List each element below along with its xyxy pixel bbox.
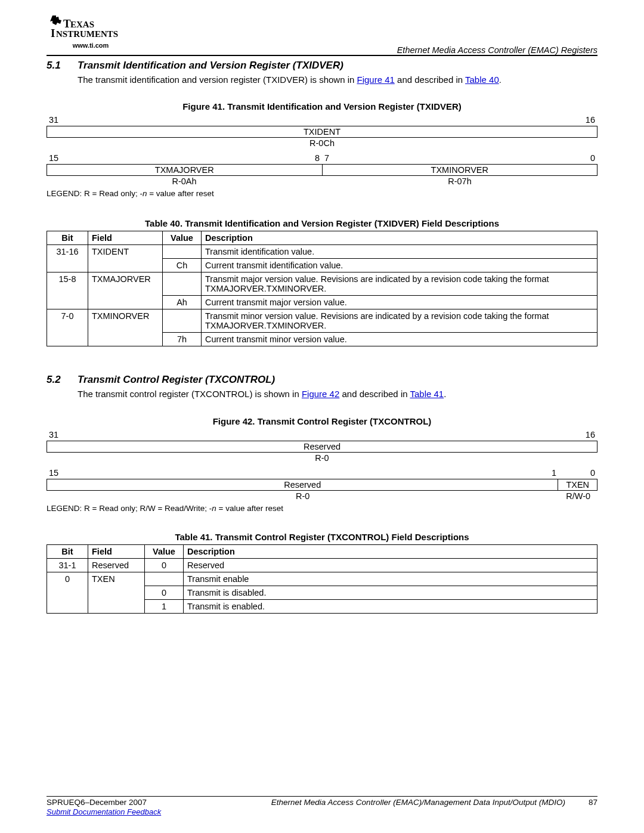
svg-text:I: I: [51, 27, 55, 39]
header-category: Ethernet Media Access Controller (EMAC) …: [397, 45, 597, 55]
bit-label: 0: [559, 467, 597, 479]
table-40: Bit Field Value Description 31-16 TXIDEN…: [47, 231, 597, 346]
section-5-2-heading: 5.2Transmit Control Register (TXCONTROL): [47, 374, 597, 386]
col-bit: Bit: [47, 231, 88, 245]
bit-label: 8: [47, 152, 322, 164]
table-41: Bit Field Value Description 31-1 Reserve…: [47, 544, 597, 614]
bitfield-txminorver: TXMINORVER: [323, 164, 598, 176]
figure-42-legend: LEGEND: R = Read only; R/W = Read/Write;…: [47, 504, 597, 513]
table-row: 15-8 TXMAJORVER Transmit major version v…: [47, 272, 597, 296]
table-row: 31-16 TXIDENT Transmit identification va…: [47, 245, 597, 259]
page-footer: SPRUEQ6–December 2007 Ethernet Media Acc…: [47, 796, 597, 816]
link-figure-42[interactable]: Figure 42: [302, 389, 339, 399]
bit-label: 16: [49, 114, 597, 126]
col-value: Value: [145, 544, 184, 558]
bit-label: 16: [47, 429, 597, 441]
col-desc: Description: [184, 544, 597, 558]
table-row: 31-1 Reserved 0 Reserved: [47, 558, 597, 572]
page: T EXAS I NSTRUMENTS www.ti.com Ethernet …: [0, 0, 644, 833]
bitfield-reset: R-0: [47, 453, 597, 463]
table-row: Ch Current transmit identification value…: [47, 259, 597, 272]
col-value: Value: [163, 231, 202, 245]
page-number: 87: [580, 798, 597, 807]
svg-text:EXAS: EXAS: [70, 20, 94, 29]
table-row: 1 Transmit is enabled.: [47, 599, 597, 613]
col-bit: Bit: [47, 544, 88, 558]
bitfield-reset: R-0Ah: [47, 176, 322, 187]
bit-label: 0: [322, 152, 597, 164]
table-row: 0 TXEN Transmit enable: [47, 572, 597, 586]
bit-label: 1: [46, 467, 559, 479]
figure-41-title: Figure 41. Transmit Identification and V…: [47, 101, 597, 112]
bitfield-reset: R-0: [47, 491, 559, 501]
footer-title: Ethernet Media Access Controller (EMAC)/…: [147, 798, 580, 807]
table-40-title: Table 40. Transmit Identification and Ve…: [47, 218, 597, 228]
bitfield-txen: TXEN: [558, 479, 597, 491]
table-41-title: Table 41. Transmit Control Register (TXC…: [47, 532, 597, 542]
bitfield-reset: R/W-0: [559, 491, 597, 501]
figure-42-title: Figure 42. Transmit Control Register (TX…: [47, 416, 597, 426]
col-desc: Description: [202, 231, 597, 245]
svg-text:NSTRUMENTS: NSTRUMENTS: [56, 29, 118, 39]
bitfield-txident: TXIDENT: [47, 126, 597, 138]
section-5-2-body: The transmit control register (TXCONTROL…: [78, 388, 597, 400]
section-5-1-heading: 5.1Transmit Identification and Version R…: [47, 60, 597, 72]
bitfield-txmajorver: TXMAJORVER: [47, 164, 323, 176]
link-table-41[interactable]: Table 41: [410, 389, 444, 399]
footer-docid: SPRUEQ6–December 2007: [47, 798, 147, 807]
table-row: 0 Transmit is disabled.: [47, 586, 597, 599]
figure-41-legend: LEGEND: R = Read only; -n = value after …: [47, 189, 597, 198]
section-5-1-body: The transmit identification and version …: [78, 74, 597, 86]
table-row: Ah Current transmit major version value.: [47, 296, 597, 309]
ti-logo-icon: T EXAS I NSTRUMENTS: [49, 14, 132, 42]
link-figure-41[interactable]: Figure 41: [357, 75, 395, 85]
footer-divider: [47, 796, 597, 797]
link-table-40[interactable]: Table 40: [465, 75, 499, 85]
ti-logo: T EXAS I NSTRUMENTS www.ti.com: [49, 14, 132, 49]
bitfield-reset: R-0Ch: [47, 138, 597, 148]
section-title: Transmit Control Register (TXCONTROL): [78, 374, 275, 385]
table-row: 7-0 TXMINORVER Transmit minor version va…: [47, 309, 597, 333]
figure-42: 31 16 Reserved R-0 15 1 0 Reserved TXEN …: [47, 429, 597, 501]
bitfield-reserved: Reserved: [47, 441, 597, 453]
section-number: 5.2: [47, 374, 78, 386]
bitfield-reserved: Reserved: [47, 479, 558, 491]
ti-url: www.ti.com: [49, 42, 132, 49]
header-divider: [47, 55, 597, 56]
page-header: T EXAS I NSTRUMENTS www.ti.com Ethernet …: [47, 14, 597, 55]
section-title: Transmit Identification and Version Regi…: [78, 60, 343, 71]
table-row: 7h Current transmit minor version value.: [47, 333, 597, 346]
section-number: 5.1: [47, 60, 78, 72]
bitfield-reset: R-07h: [322, 176, 597, 187]
figure-41: 31 16 TXIDENT R-0Ch 15 8 7 0 TXMAJORVER …: [47, 114, 597, 187]
link-submit-feedback[interactable]: Submit Documentation Feedback: [47, 807, 161, 816]
col-field: Field: [88, 544, 145, 558]
table-header-row: Bit Field Value Description: [47, 544, 597, 558]
col-field: Field: [88, 231, 163, 245]
table-header-row: Bit Field Value Description: [47, 231, 597, 245]
